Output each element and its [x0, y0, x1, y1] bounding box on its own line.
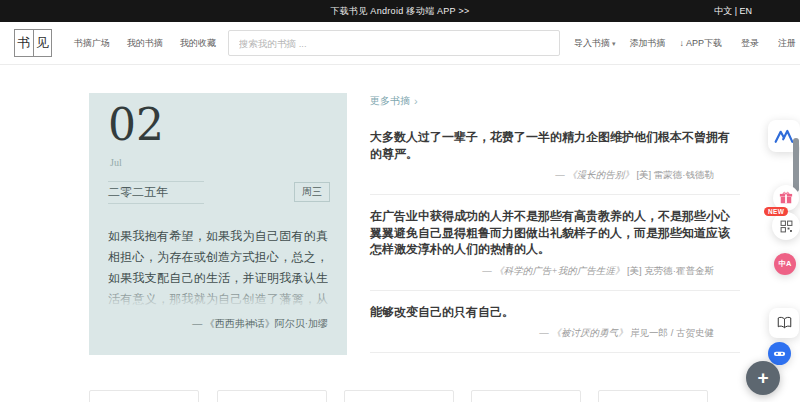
- excerpt-source: 《漫长的告别》: [567, 170, 634, 180]
- logo-char-1: 书: [15, 30, 34, 56]
- scrollbar-thumb[interactable]: [793, 138, 799, 192]
- more-excerpts-link[interactable]: 更多书摘 ›: [370, 94, 418, 108]
- add-excerpt-button[interactable]: 添加书摘: [630, 37, 666, 50]
- excerpt-attribution: — 《漫长的告别》 [美] 雷蒙德·钱德勒: [370, 169, 740, 182]
- excerpt-text: 在广告业中获得成功的人并不是那些有高贵教养的人，不是那些小心翼翼避免自己显得粗鲁…: [370, 208, 740, 258]
- excerpt-card-partial[interactable]: [471, 390, 581, 402]
- attribution-dash: —: [555, 169, 565, 180]
- divider: [108, 181, 204, 182]
- date-month: Jul: [110, 157, 122, 168]
- excerpt-card-partial[interactable]: [598, 390, 708, 402]
- excerpt-text: 能够改变自己的只有自己。: [370, 304, 740, 321]
- app-download-button[interactable]: ↓APP下载: [680, 37, 723, 50]
- daily-quote-text: 如果我抱有希望，如果我为自己固有的真相担心，为存在或创造方式担心，总之，如果我支…: [108, 226, 328, 310]
- shujian-logo[interactable]: 书 见: [14, 29, 52, 57]
- reading-mode-button[interactable]: [769, 308, 799, 338]
- language-switch[interactable]: 中文 | EN: [714, 0, 752, 22]
- excerpt-card-partial[interactable]: [217, 390, 327, 402]
- excerpt-author: 岸见一郎 / 古贺史健: [630, 327, 714, 338]
- daily-quote-card[interactable]: 02 Jul 二零二五年 周三 如果我抱有希望，如果我为自己固有的真相担心，为存…: [89, 93, 347, 355]
- excerpt-card-partial[interactable]: [344, 390, 454, 402]
- excerpt-author: [美] 雷蒙德·钱德勒: [636, 169, 714, 180]
- daily-quote-attribution: — 《西西弗神话》阿尔贝·加缪: [192, 317, 328, 331]
- new-badge: NEW: [764, 207, 788, 216]
- import-excerpt-dropdown[interactable]: 导入书摘▾: [574, 37, 616, 50]
- excerpt-source: 《科学的广告+我的广告生涯》: [494, 266, 624, 276]
- search-input[interactable]: [228, 30, 560, 56]
- nav-item-my-excerpts[interactable]: 我的书摘: [127, 37, 163, 50]
- excerpt-text: 大多数人过了一辈子，花费了一半的精力企图维护他们根本不曾拥有的尊严。: [370, 129, 740, 162]
- excerpt-item[interactable]: 大多数人过了一辈子，花费了一半的精力企图维护他们根本不曾拥有的尊严。 — 《漫长…: [370, 108, 740, 195]
- more-excerpts-label: 更多书摘: [370, 94, 410, 108]
- translate-icon: 中A: [779, 259, 792, 269]
- date-year: 二零二五年: [108, 184, 168, 201]
- attribution-dash: —: [539, 327, 549, 338]
- qr-code-icon: [780, 220, 793, 233]
- excerpt-item[interactable]: 能够改变自己的只有自己。 — 《被讨厌的勇气》 岸见一郎 / 古贺史健: [370, 291, 740, 354]
- logo-char-2: 见: [34, 30, 52, 56]
- date-weekday-badge: 周三: [294, 182, 330, 202]
- excerpt-list-section: 更多书摘 › 大多数人过了一辈子，花费了一半的精力企图维护他们根本不曾拥有的尊严…: [370, 90, 740, 353]
- gift-icon: [779, 191, 793, 205]
- translate-button[interactable]: 中A: [774, 253, 796, 275]
- excerpt-item[interactable]: 在广告业中获得成功的人并不是那些有高贵教养的人，不是那些小心翼翼避免自己显得粗鲁…: [370, 195, 740, 291]
- qr-code-button[interactable]: [772, 212, 800, 240]
- attribution-dash: —: [482, 265, 492, 276]
- chevron-right-icon: ›: [414, 95, 418, 107]
- register-button[interactable]: 注册: [778, 37, 796, 50]
- brand-m-icon: [774, 127, 794, 145]
- glasses-icon: [772, 346, 787, 361]
- eye-care-button[interactable]: [768, 342, 791, 365]
- excerpt-author: [美] 克劳德·霍普金斯: [627, 265, 714, 276]
- page: 下载书见 Android 移动端 APP >> 中文 | EN 书 见 书摘广场…: [0, 0, 800, 402]
- chevron-down-icon: ▾: [612, 40, 616, 47]
- download-icon: ↓: [680, 38, 685, 48]
- add-floating-button[interactable]: +: [746, 361, 780, 395]
- excerpt-card-partial[interactable]: [89, 390, 199, 402]
- open-book-icon: [777, 316, 792, 330]
- divider: [108, 203, 204, 204]
- excerpt-attribution: — 《被讨厌的勇气》 岸见一郎 / 古贺史健: [370, 327, 740, 340]
- app-download-label: APP下载: [686, 38, 722, 48]
- main-navbar: 书 见 书摘广场 我的书摘 我的收藏 导入书摘▾ 添加书摘 ↓APP下载 登录 …: [0, 22, 800, 65]
- top-promo-bar: 下载书见 Android 移动端 APP >> 中文 | EN: [0, 0, 800, 22]
- login-button[interactable]: 登录: [741, 37, 759, 50]
- app-download-promo-link[interactable]: 下载书见 Android 移动端 APP >>: [330, 5, 469, 18]
- plus-icon: +: [757, 367, 768, 389]
- date-day: 02: [108, 99, 164, 151]
- nav-item-my-favorites[interactable]: 我的收藏: [180, 37, 216, 50]
- import-excerpt-label: 导入书摘: [574, 38, 610, 48]
- nav-item-excerpt-plaza[interactable]: 书摘广场: [74, 37, 110, 50]
- excerpt-source: 《被讨厌的勇气》: [551, 328, 627, 338]
- excerpt-attribution: — 《科学的广告+我的广告生涯》 [美] 克劳德·霍普金斯: [370, 265, 740, 278]
